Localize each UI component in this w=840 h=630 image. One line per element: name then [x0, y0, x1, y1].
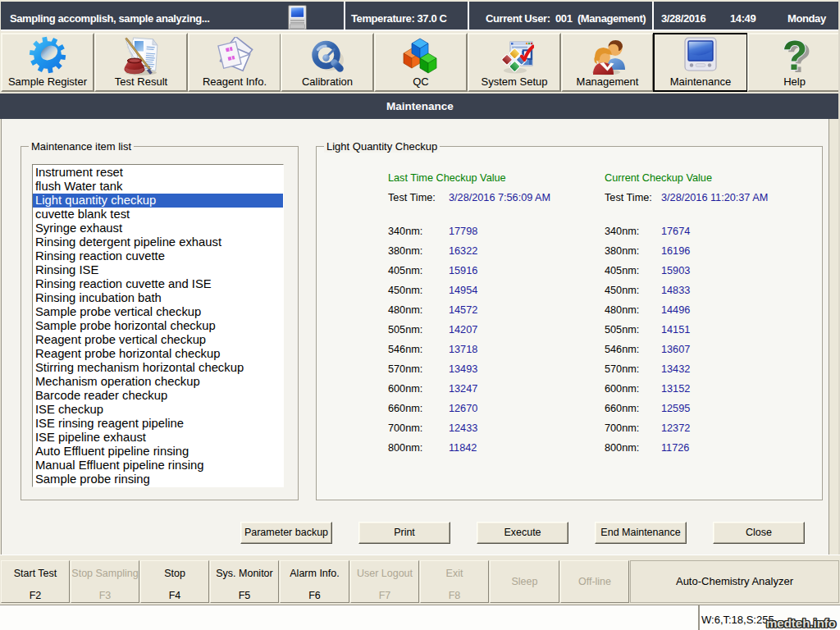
svg-text:?: ? [782, 37, 807, 76]
